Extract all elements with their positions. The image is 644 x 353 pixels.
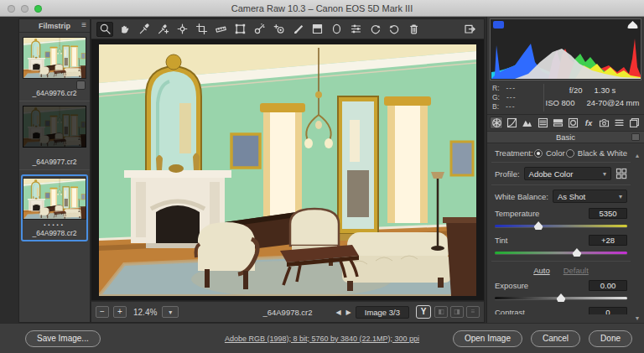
image-preview-area[interactable] bbox=[91, 39, 485, 301]
main-area: − + 12.4% ▾ _64A9978.cr2 ◀ ▶ Image 3/3 Y… bbox=[91, 18, 485, 323]
filmstrip-header: Filmstrip ≡ bbox=[19, 19, 90, 33]
minimize-window-icon[interactable] bbox=[21, 5, 29, 13]
tint-slider[interactable] bbox=[495, 248, 627, 257]
before-after-left-right-icon[interactable]: ◧ bbox=[434, 306, 448, 318]
slider-thumb[interactable] bbox=[557, 293, 566, 302]
tab-presets[interactable] bbox=[612, 117, 626, 129]
profile-browser-icon[interactable] bbox=[615, 168, 627, 179]
dialog-content: Filmstrip ≡ _64A9976.cr2 _64A9977.cr2 ••… bbox=[0, 17, 644, 323]
rotate-left-tool-icon[interactable] bbox=[366, 22, 383, 37]
before-after-toggle-button[interactable]: Y bbox=[416, 305, 431, 319]
done-button[interactable]: Done bbox=[589, 330, 632, 347]
image-counter: Image 3/3 bbox=[356, 306, 409, 319]
contrast-label: Contrast bbox=[495, 308, 589, 314]
before-after-split-icon[interactable]: ◨ bbox=[450, 306, 464, 318]
treatment-bw-option[interactable]: Black & White bbox=[566, 148, 627, 158]
image-info: R:--- G:--- B:--- f/20 1.30 s ISO 800 24… bbox=[487, 80, 644, 115]
thumbnail-image[interactable] bbox=[23, 178, 86, 220]
tab-camera-calibration[interactable] bbox=[597, 117, 610, 129]
white-balance-select[interactable]: As Shot ▾ bbox=[553, 189, 627, 203]
profile-select[interactable]: Adobe Color ▾ bbox=[524, 167, 611, 180]
aperture-value: f/20 bbox=[569, 84, 583, 96]
thumbnail-filename: _64A9976.cr2 bbox=[19, 89, 90, 97]
graduated-filter-tool-icon[interactable] bbox=[309, 22, 325, 37]
auto-link[interactable]: Auto bbox=[533, 266, 550, 275]
tint-label: Tint bbox=[495, 236, 589, 245]
tab-tone-curve[interactable] bbox=[505, 117, 518, 129]
temperature-value[interactable]: 5350 bbox=[589, 208, 627, 219]
tab-hsl-grayscale[interactable] bbox=[536, 117, 549, 129]
chevron-down-icon: ▾ bbox=[603, 170, 606, 178]
thumbnail-image[interactable] bbox=[23, 37, 86, 79]
tint-value[interactable]: +28 bbox=[589, 235, 627, 246]
filmstrip-item-selected[interactable]: ••••• _64A9978.cr2 bbox=[19, 170, 90, 248]
temperature-label: Temperature bbox=[495, 209, 589, 218]
black-white-radio[interactable] bbox=[566, 149, 574, 158]
filmstrip-item[interactable]: _64A9976.cr2 bbox=[19, 33, 90, 101]
slider-thumb[interactable] bbox=[572, 248, 581, 257]
contrast-value[interactable]: 0 bbox=[589, 307, 627, 314]
preferences-tool-icon[interactable] bbox=[347, 22, 364, 37]
filmstrip-item[interactable]: _64A9977.cr2 bbox=[19, 101, 90, 170]
tab-basic[interactable] bbox=[490, 117, 503, 129]
red-eye-tool-icon[interactable] bbox=[270, 22, 287, 37]
treatment-color-option[interactable]: Color bbox=[534, 148, 565, 158]
zoom-level-dropdown[interactable]: ▾ bbox=[162, 306, 179, 318]
color-radio[interactable] bbox=[534, 149, 543, 158]
delete-tool-icon[interactable] bbox=[405, 22, 422, 37]
panel-title: Basic bbox=[487, 132, 644, 142]
preview-photo bbox=[99, 44, 476, 296]
zoom-window-icon[interactable] bbox=[34, 5, 42, 13]
tab-split-toning[interactable] bbox=[551, 117, 564, 129]
open-image-button[interactable]: Open Image bbox=[453, 330, 522, 347]
thumbnail-filename: _64A9977.cr2 bbox=[19, 158, 90, 166]
tool-bar bbox=[91, 18, 485, 39]
scroll-up-icon[interactable]: ▲ bbox=[632, 153, 642, 158]
zoom-tool-icon[interactable] bbox=[96, 22, 113, 37]
panel-scrollbar[interactable]: ▲ ▼ bbox=[632, 129, 642, 321]
cancel-button[interactable]: Cancel bbox=[531, 330, 580, 347]
histogram-graph bbox=[491, 27, 641, 79]
shutter-value: 1.30 s bbox=[594, 84, 615, 96]
thumbnail-settings-badge-icon bbox=[76, 80, 86, 90]
straighten-tool-icon[interactable] bbox=[212, 22, 229, 37]
window-controls bbox=[8, 5, 42, 13]
toggle-fullscreen-icon[interactable] bbox=[462, 22, 479, 37]
exposure-value[interactable]: 0.00 bbox=[589, 280, 627, 291]
radial-filter-tool-icon[interactable] bbox=[328, 22, 345, 37]
zoom-out-button[interactable]: − bbox=[96, 306, 109, 318]
adjustment-brush-tool-icon[interactable] bbox=[289, 22, 306, 37]
default-link[interactable]: Default bbox=[564, 266, 589, 275]
crop-tool-icon[interactable] bbox=[193, 22, 210, 37]
thumbnail-image[interactable] bbox=[23, 106, 86, 148]
tab-snapshots[interactable] bbox=[628, 117, 641, 129]
targeted-adjustment-tool-icon[interactable] bbox=[174, 22, 190, 37]
filmstrip-panel: Filmstrip ≡ _64A9976.cr2 _64A9977.cr2 ••… bbox=[18, 18, 91, 323]
lens-value: 24-70@24 mm bbox=[586, 96, 639, 109]
spot-removal-tool-icon[interactable] bbox=[251, 22, 267, 37]
temperature-slider[interactable] bbox=[495, 221, 627, 230]
tab-lens-corrections[interactable] bbox=[567, 117, 580, 129]
previous-image-button[interactable]: ◀ bbox=[335, 309, 341, 316]
title-bar: Camera Raw 10.3 – Canon EOS 5D Mark III bbox=[0, 0, 644, 17]
hand-tool-icon[interactable] bbox=[116, 22, 132, 37]
zoom-in-button[interactable]: + bbox=[113, 306, 127, 318]
close-window-icon[interactable] bbox=[8, 5, 15, 13]
exposure-slider[interactable] bbox=[495, 293, 627, 302]
next-image-button[interactable]: ▶ bbox=[345, 309, 352, 316]
slider-thumb[interactable] bbox=[534, 221, 543, 230]
rating-stars[interactable]: ••••• bbox=[23, 222, 86, 227]
filmstrip-title: Filmstrip bbox=[19, 22, 90, 30]
scroll-down-icon[interactable]: ▼ bbox=[632, 315, 642, 321]
treatment-label: Treatment: bbox=[495, 148, 533, 158]
tab-effects[interactable]: fx bbox=[582, 117, 595, 129]
preview-preferences-icon[interactable]: ≡ bbox=[466, 306, 480, 318]
adjustments-panel: R:--- G:--- B:--- f/20 1.30 s ISO 800 24… bbox=[486, 17, 644, 323]
filmstrip-menu-icon[interactable]: ≡ bbox=[81, 20, 86, 29]
white-balance-tool-icon[interactable] bbox=[135, 22, 152, 37]
transform-tool-icon[interactable] bbox=[231, 22, 248, 37]
tab-detail[interactable] bbox=[521, 117, 534, 129]
color-sampler-tool-icon[interactable] bbox=[154, 22, 171, 37]
preview-status-bar: − + 12.4% ▾ _64A9978.cr2 ◀ ▶ Image 3/3 Y… bbox=[91, 301, 485, 323]
rotate-right-tool-icon[interactable] bbox=[386, 22, 402, 37]
